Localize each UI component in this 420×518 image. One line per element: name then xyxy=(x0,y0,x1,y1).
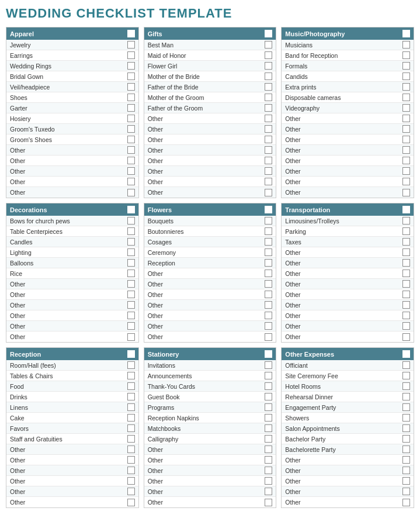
item-checkbox[interactable] xyxy=(127,104,135,112)
item-checkbox[interactable] xyxy=(402,361,410,369)
item-checkbox[interactable] xyxy=(127,499,135,506)
item-checkbox[interactable] xyxy=(402,238,410,246)
item-checkbox[interactable] xyxy=(127,301,135,309)
item-checkbox[interactable] xyxy=(127,157,135,164)
item-checkbox[interactable] xyxy=(265,372,272,379)
item-checkbox[interactable] xyxy=(402,477,410,485)
item-checkbox[interactable] xyxy=(402,393,410,400)
item-checkbox[interactable] xyxy=(402,333,410,341)
item-checkbox[interactable] xyxy=(265,435,272,443)
item-checkbox[interactable] xyxy=(127,446,135,453)
item-checkbox[interactable] xyxy=(265,125,272,133)
item-checkbox[interactable] xyxy=(402,94,410,101)
item-checkbox[interactable] xyxy=(127,414,135,422)
item-checkbox[interactable] xyxy=(265,456,272,464)
item-checkbox[interactable] xyxy=(127,270,135,277)
item-checkbox[interactable] xyxy=(265,248,272,256)
item-checkbox[interactable] xyxy=(402,51,410,59)
item-checkbox[interactable] xyxy=(127,361,135,369)
item-checkbox[interactable] xyxy=(402,72,410,80)
item-checkbox[interactable] xyxy=(265,291,272,298)
item-checkbox[interactable] xyxy=(402,189,410,196)
item-checkbox[interactable] xyxy=(265,104,272,112)
section-checkbox-music-photography[interactable] xyxy=(402,30,410,37)
item-checkbox[interactable] xyxy=(402,456,410,464)
item-checkbox[interactable] xyxy=(265,467,272,474)
item-checkbox[interactable] xyxy=(265,403,272,411)
item-checkbox[interactable] xyxy=(402,312,410,319)
item-checkbox[interactable] xyxy=(127,456,135,464)
item-checkbox[interactable] xyxy=(402,62,410,70)
item-checkbox[interactable] xyxy=(127,136,135,143)
item-checkbox[interactable] xyxy=(127,280,135,288)
item-checkbox[interactable] xyxy=(402,259,410,267)
item-checkbox[interactable] xyxy=(402,178,410,185)
item-checkbox[interactable] xyxy=(127,393,135,400)
item-checkbox[interactable] xyxy=(265,227,272,235)
item-checkbox[interactable] xyxy=(402,322,410,330)
item-checkbox[interactable] xyxy=(127,115,135,122)
section-checkbox-flowers[interactable] xyxy=(265,206,272,213)
item-checkbox[interactable] xyxy=(265,446,272,453)
item-checkbox[interactable] xyxy=(127,238,135,246)
item-checkbox[interactable] xyxy=(402,488,410,495)
item-checkbox[interactable] xyxy=(127,291,135,298)
item-checkbox[interactable] xyxy=(127,467,135,474)
item-checkbox[interactable] xyxy=(402,424,410,432)
item-checkbox[interactable] xyxy=(127,312,135,319)
item-checkbox[interactable] xyxy=(127,259,135,267)
item-checkbox[interactable] xyxy=(127,372,135,379)
item-checkbox[interactable] xyxy=(402,146,410,154)
item-checkbox[interactable] xyxy=(402,499,410,506)
item-checkbox[interactable] xyxy=(265,499,272,506)
item-checkbox[interactable] xyxy=(127,382,135,390)
item-checkbox[interactable] xyxy=(127,488,135,495)
item-checkbox[interactable] xyxy=(127,477,135,485)
item-checkbox[interactable] xyxy=(127,125,135,133)
section-checkbox-decorations[interactable] xyxy=(127,206,135,213)
item-checkbox[interactable] xyxy=(265,270,272,277)
item-checkbox[interactable] xyxy=(127,322,135,330)
item-checkbox[interactable] xyxy=(265,238,272,246)
item-checkbox[interactable] xyxy=(402,83,410,91)
item-checkbox[interactable] xyxy=(265,488,272,495)
item-checkbox[interactable] xyxy=(402,435,410,443)
item-checkbox[interactable] xyxy=(402,280,410,288)
item-checkbox[interactable] xyxy=(402,270,410,277)
item-checkbox[interactable] xyxy=(265,259,272,267)
item-checkbox[interactable] xyxy=(265,217,272,225)
item-checkbox[interactable] xyxy=(402,125,410,133)
item-checkbox[interactable] xyxy=(265,333,272,341)
item-checkbox[interactable] xyxy=(127,146,135,154)
item-checkbox[interactable] xyxy=(265,393,272,400)
item-checkbox[interactable] xyxy=(265,477,272,485)
item-checkbox[interactable] xyxy=(265,136,272,143)
item-checkbox[interactable] xyxy=(265,167,272,175)
item-checkbox[interactable] xyxy=(402,382,410,390)
item-checkbox[interactable] xyxy=(402,301,410,309)
item-checkbox[interactable] xyxy=(265,178,272,185)
item-checkbox[interactable] xyxy=(127,403,135,411)
item-checkbox[interactable] xyxy=(402,248,410,256)
item-checkbox[interactable] xyxy=(265,414,272,422)
item-checkbox[interactable] xyxy=(265,72,272,80)
item-checkbox[interactable] xyxy=(127,41,135,49)
item-checkbox[interactable] xyxy=(402,446,410,453)
item-checkbox[interactable] xyxy=(265,322,272,330)
item-checkbox[interactable] xyxy=(402,41,410,49)
item-checkbox[interactable] xyxy=(265,83,272,91)
item-checkbox[interactable] xyxy=(265,115,272,122)
item-checkbox[interactable] xyxy=(265,361,272,369)
item-checkbox[interactable] xyxy=(265,189,272,196)
item-checkbox[interactable] xyxy=(127,51,135,59)
item-checkbox[interactable] xyxy=(402,136,410,143)
item-checkbox[interactable] xyxy=(127,83,135,91)
section-checkbox-stationery[interactable] xyxy=(265,350,272,358)
item-checkbox[interactable] xyxy=(265,51,272,59)
item-checkbox[interactable] xyxy=(127,167,135,175)
section-checkbox-gifts[interactable] xyxy=(265,30,272,37)
item-checkbox[interactable] xyxy=(402,157,410,164)
item-checkbox[interactable] xyxy=(127,178,135,185)
section-checkbox-other-expenses[interactable] xyxy=(402,350,410,358)
item-checkbox[interactable] xyxy=(265,146,272,154)
